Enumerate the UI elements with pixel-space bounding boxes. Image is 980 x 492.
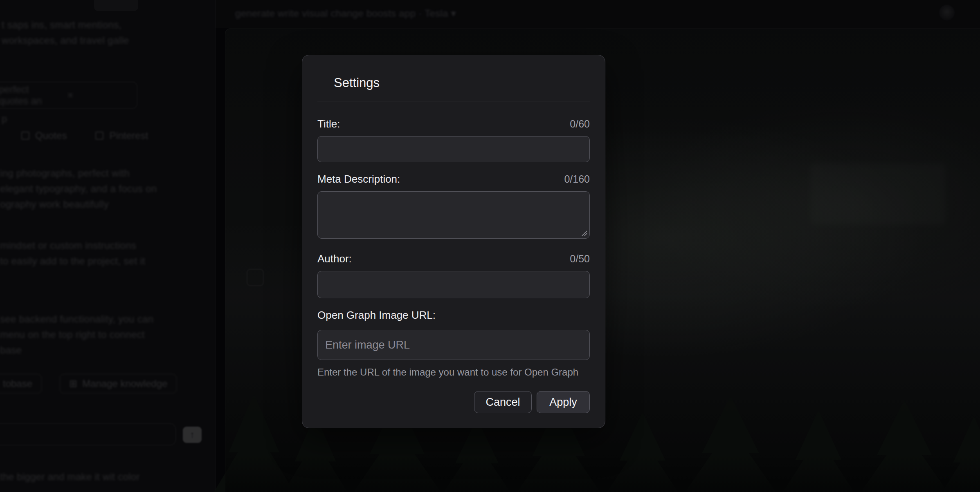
title-input[interactable] [317,136,590,162]
app-window: generate write visual change boosts app … [0,0,980,492]
og-image-helper-text: Enter the URL of the image you want to u… [317,367,590,378]
modal-button-row: Cancel Apply [317,391,590,413]
author-field-label: Author: [317,253,352,265]
author-char-counter: 0/50 [570,253,590,265]
title-field-label: Title: [317,118,340,130]
title-char-counter: 0/60 [570,118,590,130]
modal-divider [317,101,590,101]
apply-button[interactable]: Apply [537,391,590,413]
og-image-url-field-label: Open Graph Image URL: [317,309,436,322]
meta-description-char-counter: 0/160 [564,173,590,185]
meta-description-field-label: Meta Description: [317,173,400,186]
author-input[interactable] [317,271,590,298]
modal-title: Settings [334,76,590,90]
meta-description-textarea[interactable] [317,191,590,239]
settings-modal: Settings Title: 0/60 Meta Description: 0… [302,55,605,428]
cancel-button[interactable]: Cancel [474,391,532,413]
og-image-url-input[interactable] [317,330,590,360]
